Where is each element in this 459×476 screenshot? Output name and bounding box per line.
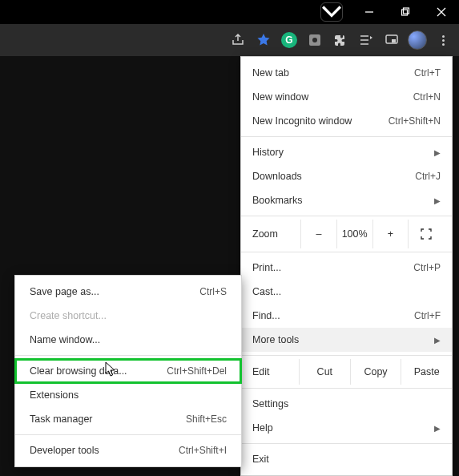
menu-help[interactable]: Help ▶ bbox=[241, 416, 452, 440]
menu-kebab-icon[interactable] bbox=[432, 29, 454, 51]
cut-button[interactable]: Cut bbox=[299, 359, 350, 385]
menu-label: More tools bbox=[252, 334, 426, 345]
chevron-right-icon: ▶ bbox=[433, 148, 441, 157]
zoom-label: Zoom bbox=[252, 228, 300, 240]
submenu-label: Extensions bbox=[30, 389, 227, 401]
menu-exit[interactable]: Exit bbox=[241, 447, 452, 471]
zoom-in-button[interactable]: + bbox=[372, 220, 409, 248]
submenu-label: Task manager bbox=[30, 413, 186, 425]
menu-separator bbox=[241, 355, 452, 356]
menu-more-tools[interactable]: More tools ▶ bbox=[241, 328, 452, 352]
chevron-right-icon: ▶ bbox=[433, 424, 441, 433]
menu-new-tab[interactable]: New tab Ctrl+T bbox=[241, 61, 452, 85]
minus-text: – bbox=[316, 228, 321, 240]
menu-label: New window bbox=[252, 91, 413, 103]
paste-text: Paste bbox=[414, 366, 440, 377]
menu-separator bbox=[241, 443, 452, 444]
zoom-out-button[interactable]: – bbox=[300, 220, 336, 248]
submenu-name-window[interactable]: Name window... bbox=[15, 328, 241, 352]
menu-shortcut: Ctrl+F bbox=[414, 310, 441, 321]
submenu-create-shortcut: Create shortcut... bbox=[15, 304, 241, 328]
bookmark-star-icon[interactable] bbox=[252, 29, 275, 51]
minimize-button[interactable] bbox=[351, 0, 387, 24]
profile-avatar[interactable] bbox=[406, 29, 429, 51]
svg-rect-1 bbox=[403, 8, 409, 14]
reading-list-icon[interactable] bbox=[355, 29, 377, 51]
chevron-right-icon: ▶ bbox=[433, 336, 441, 345]
extensions-puzzle-icon[interactable] bbox=[329, 29, 352, 51]
menu-label: History bbox=[252, 147, 426, 158]
submenu-extensions[interactable]: Extensions bbox=[15, 383, 241, 407]
menu-label: Cast... bbox=[252, 286, 441, 297]
browser-toolbar: G bbox=[0, 24, 459, 56]
menu-separator bbox=[15, 434, 241, 435]
svg-rect-0 bbox=[401, 10, 407, 15]
menu-new-incognito[interactable]: New Incognito window Ctrl+Shift+N bbox=[241, 109, 452, 133]
chevron-right-icon: ▶ bbox=[433, 196, 441, 205]
share-icon[interactable] bbox=[227, 29, 249, 51]
menu-shortcut: Ctrl+N bbox=[413, 91, 441, 103]
fullscreen-icon bbox=[421, 228, 432, 240]
menu-label: Settings bbox=[252, 398, 441, 409]
submenu-shortcut: Ctrl+Shift+Del bbox=[167, 365, 227, 377]
menu-downloads[interactable]: Downloads Ctrl+J bbox=[241, 164, 452, 188]
menu-print[interactable]: Print... Ctrl+P bbox=[241, 256, 452, 280]
submenu-shortcut: Ctrl+S bbox=[199, 286, 227, 297]
maximize-icon bbox=[401, 7, 410, 17]
menu-label: Find... bbox=[252, 310, 414, 321]
menu-shortcut: Ctrl+Shift+N bbox=[389, 115, 441, 127]
menu-separator bbox=[15, 355, 241, 356]
menu-label: New tab bbox=[252, 67, 414, 79]
menu-label: New Incognito window bbox=[252, 115, 389, 127]
close-icon bbox=[437, 7, 446, 17]
menu-label: Print... bbox=[252, 262, 413, 273]
menu-label: Help bbox=[252, 422, 426, 434]
submenu-clear-browsing-data[interactable]: Clear browsing data... Ctrl+Shift+Del bbox=[15, 359, 241, 383]
menu-label: Bookmarks bbox=[252, 195, 426, 206]
plus-text: + bbox=[388, 228, 393, 240]
menu-new-window[interactable]: New window Ctrl+N bbox=[241, 85, 452, 109]
chrome-main-menu: New tab Ctrl+T New window Ctrl+N New Inc… bbox=[240, 56, 453, 476]
submenu-label: Developer tools bbox=[30, 445, 179, 456]
paste-button[interactable]: Paste bbox=[401, 359, 452, 385]
menu-history[interactable]: History ▶ bbox=[241, 140, 452, 164]
zoom-value: 100% bbox=[336, 220, 372, 248]
submenu-label: Create shortcut... bbox=[30, 310, 227, 321]
menu-find[interactable]: Find... Ctrl+F bbox=[241, 304, 452, 328]
fullscreen-button[interactable] bbox=[408, 220, 444, 248]
close-button[interactable] bbox=[423, 0, 459, 24]
copy-text: Copy bbox=[364, 366, 387, 377]
zoom-value-text: 100% bbox=[342, 228, 368, 240]
chevron-down-icon bbox=[321, 2, 342, 22]
minimize-icon bbox=[364, 7, 374, 17]
submenu-label: Save page as... bbox=[30, 286, 199, 297]
cast-icon[interactable] bbox=[380, 29, 403, 51]
window-controls bbox=[351, 0, 459, 24]
submenu-shortcut: Shift+Esc bbox=[186, 413, 227, 425]
copy-button[interactable]: Copy bbox=[350, 359, 401, 385]
submenu-save-page[interactable]: Save page as... Ctrl+S bbox=[15, 280, 241, 304]
submenu-task-manager[interactable]: Task manager Shift+Esc bbox=[15, 407, 241, 431]
menu-separator bbox=[241, 252, 452, 252]
menu-settings[interactable]: Settings bbox=[241, 392, 452, 416]
grammarly-icon[interactable]: G bbox=[278, 29, 300, 51]
maximize-button[interactable] bbox=[387, 0, 423, 24]
submenu-label: Clear browsing data... bbox=[30, 365, 167, 377]
menu-label: Exit bbox=[252, 454, 441, 465]
menu-label: Downloads bbox=[252, 171, 415, 182]
menu-separator bbox=[241, 216, 452, 216]
submenu-shortcut: Ctrl+Shift+I bbox=[179, 445, 227, 456]
capture-icon[interactable] bbox=[304, 29, 326, 51]
svg-point-3 bbox=[312, 38, 317, 42]
menu-cast[interactable]: Cast... bbox=[241, 280, 452, 304]
tab-dropdown-button[interactable] bbox=[320, 2, 343, 22]
submenu-label: Name window... bbox=[30, 334, 227, 345]
edit-label: Edit bbox=[241, 359, 299, 385]
cut-text: Cut bbox=[317, 366, 332, 377]
menu-shortcut: Ctrl+P bbox=[413, 262, 441, 273]
menu-shortcut: Ctrl+J bbox=[415, 171, 441, 182]
menu-shortcut: Ctrl+T bbox=[414, 67, 441, 79]
svg-rect-5 bbox=[392, 39, 396, 42]
submenu-developer-tools[interactable]: Developer tools Ctrl+Shift+I bbox=[15, 438, 241, 462]
menu-bookmarks[interactable]: Bookmarks ▶ bbox=[241, 188, 452, 212]
